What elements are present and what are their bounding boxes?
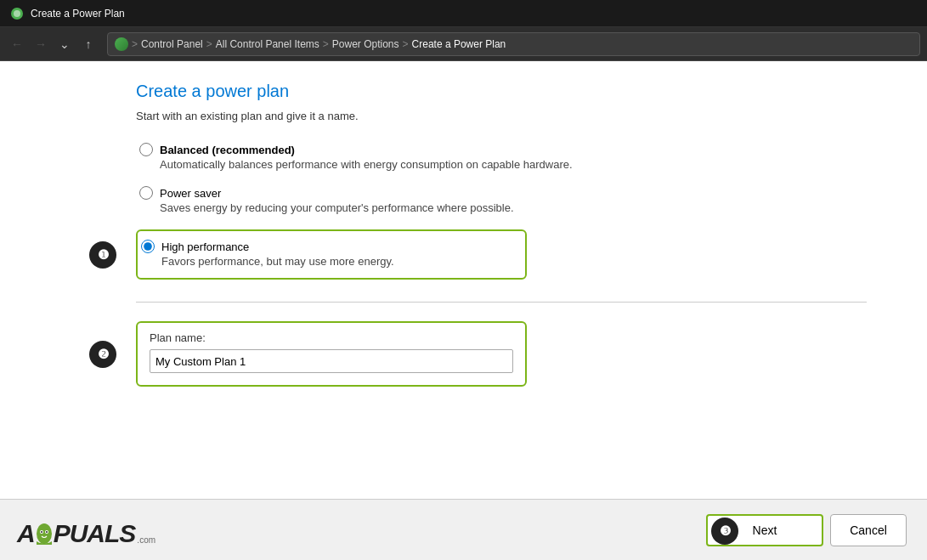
plan-name-input[interactable] — [150, 349, 513, 373]
plan-name-label: Plan name: — [150, 331, 513, 344]
highperf-wrapper: ❶ High performance Favors performance, b… — [136, 229, 893, 280]
page-subtitle: Start with an existing plan and give it … — [136, 110, 893, 122]
path-create-plan[interactable]: Create a Power Plan — [412, 38, 506, 50]
highperf-description: Favors performance, but may use more ene… — [161, 255, 512, 268]
step-badge-2: ❷ — [89, 341, 116, 368]
balanced-description: Automatically balances performance with … — [160, 158, 893, 171]
balanced-option: Balanced (recommended) Automatically bal… — [136, 143, 893, 171]
page-title: Create a power plan — [136, 82, 893, 101]
svg-point-1 — [14, 10, 20, 17]
title-bar-icon — [10, 7, 24, 20]
title-bar-title: Create a Power Plan — [31, 8, 125, 20]
highperf-label[interactable]: High performance — [161, 240, 249, 253]
up-button[interactable]: ↑ — [78, 34, 99, 54]
highperf-radio[interactable] — [141, 240, 155, 253]
recent-button[interactable]: ⌄ — [54, 34, 75, 54]
step-badge-1: ❶ — [89, 241, 116, 269]
powersaver-description: Saves energy by reducing your computer's… — [160, 201, 893, 214]
address-path: > Control Panel > All Control Panel Item… — [107, 32, 920, 56]
plan-name-box: Plan name: — [136, 321, 527, 387]
back-button[interactable]: ← — [7, 34, 27, 54]
plan-name-section: ❷ Plan name: — [136, 321, 893, 387]
footer: ❸ Next Cancel — [0, 499, 927, 560]
powersaver-radio[interactable] — [139, 186, 153, 200]
balanced-label[interactable]: Balanced (recommended) — [160, 144, 295, 156]
path-power-options[interactable]: Power Options — [332, 38, 399, 50]
powersaver-label[interactable]: Power saver — [160, 187, 221, 200]
main-content: Create a power plan Start with an existi… — [0, 61, 927, 560]
title-bar: Create a Power Plan — [0, 0, 927, 27]
path-control-panel[interactable]: Control Panel — [141, 38, 203, 50]
forward-button[interactable]: → — [31, 34, 51, 54]
powersaver-option: Power saver Saves energy by reducing you… — [136, 186, 893, 214]
highperf-option-box: High performance Favors performance, but… — [136, 229, 527, 280]
step-badge-3: ❸ — [711, 518, 738, 545]
address-bar: ← → ⌄ ↑ > Control Panel > All Control Pa… — [0, 27, 927, 61]
path-all-items[interactable]: All Control Panel Items — [216, 38, 319, 50]
address-icon — [115, 37, 128, 51]
divider — [136, 302, 867, 303]
balanced-radio[interactable] — [139, 143, 153, 156]
cancel-button[interactable]: Cancel — [830, 514, 907, 546]
